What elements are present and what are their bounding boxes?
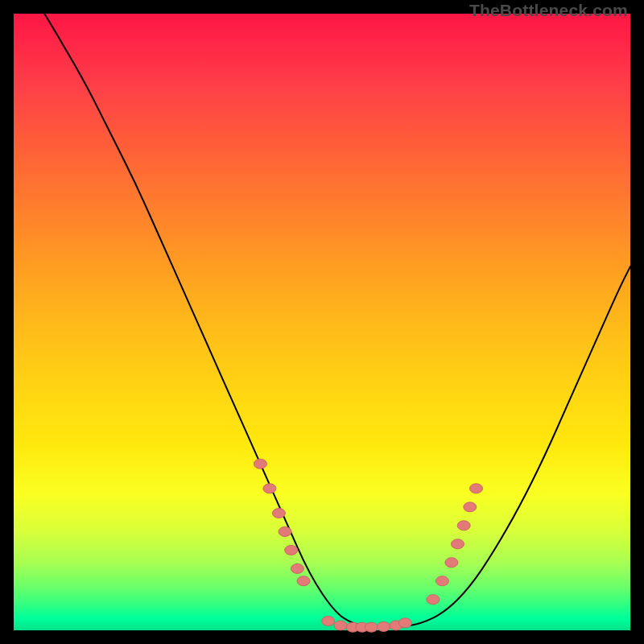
data-point — [285, 545, 298, 555]
data-point — [436, 576, 448, 586]
data-point — [272, 509, 285, 518]
bottleneck-curve — [44, 14, 630, 627]
data-point — [398, 618, 411, 628]
data-point — [445, 558, 458, 568]
data-point — [291, 564, 303, 573]
data-point — [464, 502, 477, 512]
data-point — [297, 576, 310, 586]
data-point — [470, 484, 483, 493]
data-point — [378, 621, 390, 631]
data-point — [365, 622, 378, 632]
data-point — [263, 484, 276, 493]
chart-svg — [14, 14, 630, 630]
data-points-group — [254, 459, 482, 632]
data-point — [254, 459, 266, 469]
chart-frame: TheBottleneck.com — [0, 0, 644, 644]
data-point — [427, 595, 440, 605]
data-point — [452, 539, 464, 549]
data-point — [322, 617, 335, 626]
data-point — [457, 521, 470, 530]
data-point — [334, 621, 347, 630]
data-point — [279, 526, 291, 536]
